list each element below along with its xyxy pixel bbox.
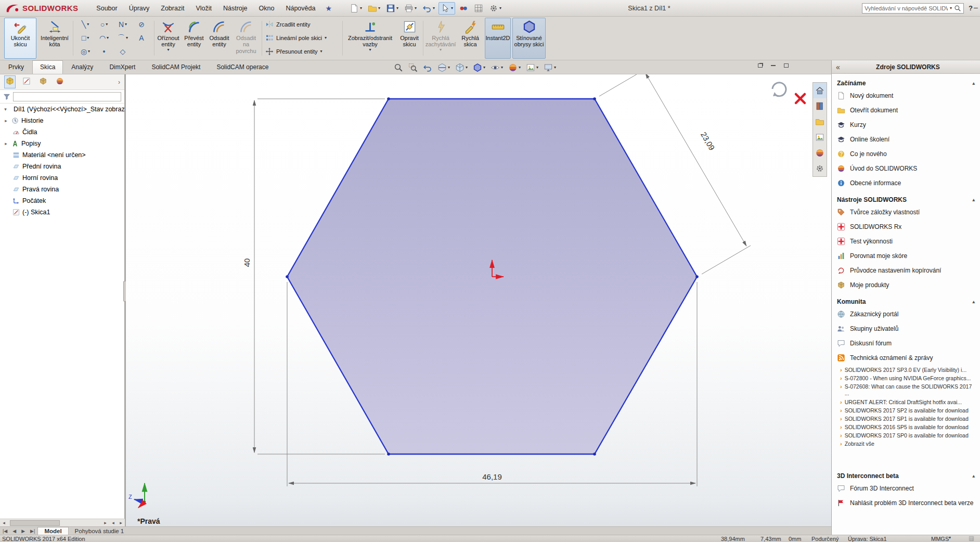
menu-soubor[interactable]: Soubor — [91, 2, 123, 15]
link-introduction[interactable]: Úvod do SOLIDWORKS — [832, 161, 980, 176]
status-units[interactable]: MMGS — [931, 536, 949, 542]
next-tab-icon[interactable]: ▶ — [19, 528, 28, 534]
mirror-entities-button[interactable]: Zrcadlit entity — [264, 18, 341, 31]
link-new-document[interactable]: Nový dokument — [832, 88, 980, 103]
view-palette-tab[interactable] — [813, 130, 827, 145]
offset-entities-button[interactable]: Odsadit entity — [208, 18, 231, 59]
window-minimize-button[interactable]: – — [974, 3, 980, 11]
linear-sketch-pattern-button[interactable]: Lineární pole skici ▾ — [264, 31, 341, 45]
rectangle-tool-button[interactable]: □▾ — [76, 31, 95, 45]
dropdown-caret-icon[interactable]: ▾ — [125, 22, 127, 27]
dropdown-caret-icon[interactable]: ▾ — [167, 48, 169, 52]
view-orientation-button[interactable]: ▾ — [454, 62, 469, 73]
scroll-left-icon[interactable]: ◂ — [0, 520, 8, 525]
link-discussion-forum[interactable]: Diskusní fórum — [832, 336, 980, 351]
news-item[interactable]: ›SOLIDWORKS 2017 SP3.0 EV (Early Visibil… — [832, 367, 980, 374]
circle-tool-button[interactable]: ○▾ — [95, 18, 113, 31]
trim-entities-button[interactable]: Oříznout entity ▾ — [156, 18, 180, 59]
convert-entities-button[interactable]: Převést entity — [182, 18, 206, 59]
new-document-button[interactable]: ▾ — [347, 2, 364, 15]
link-technical-alerts[interactable]: Technická oznámení & zprávy — [832, 351, 980, 365]
dropdown-caret-icon[interactable]: ▾ — [536, 66, 538, 70]
news-item[interactable]: ›SOLIDWORKS 2016 SP5 is available for do… — [832, 424, 980, 431]
confirmation-exit-icon[interactable] — [772, 83, 786, 96]
section-view-button[interactable]: ▾ — [436, 62, 451, 73]
text-tool-button[interactable]: A — [132, 31, 151, 45]
news-item[interactable]: ›SOLIDWORKS 2017 SP1 is available for do… — [832, 416, 980, 423]
menu-okno[interactable]: Okno — [253, 2, 280, 15]
doc-restore-button[interactable] — [757, 62, 764, 69]
dropdown-caret-icon[interactable]: ▾ — [106, 22, 108, 27]
prev-tab-icon[interactable]: ◀ — [10, 528, 19, 534]
last-tab-icon[interactable]: ▶| — [28, 528, 37, 534]
dropdown-caret-icon[interactable]: ▾ — [360, 6, 362, 10]
configurationmanager-tab[interactable] — [37, 75, 49, 88]
dropdown-caret-icon[interactable]: ▾ — [378, 6, 380, 10]
graphics-viewport[interactable]: 40 46,19 23,09 — [126, 74, 831, 526]
link-my-products[interactable]: Moje produkty — [832, 278, 980, 292]
dropdown-caret-icon[interactable]: ▾ — [466, 66, 468, 70]
tree-filter-input[interactable] — [13, 92, 121, 101]
scrollbar-thumb[interactable] — [10, 520, 60, 526]
dropdown-caret-icon[interactable]: ▾ — [499, 6, 501, 10]
link-compare-score[interactable]: Porovnat moje skóre — [832, 249, 980, 263]
collapse-pane-icon[interactable]: « — [836, 63, 840, 71]
expand-caret-icon[interactable]: ▸ — [3, 141, 9, 146]
tab-analyzy[interactable]: Analýzy — [63, 60, 101, 74]
dropdown-caret-icon[interactable]: ▾ — [483, 66, 485, 70]
chevron-up-icon[interactable]: ▴ — [972, 81, 975, 86]
doc-maximize-button[interactable] — [783, 62, 790, 69]
point-tool-button[interactable]: • — [95, 45, 113, 58]
chevron-up-icon[interactable]: ▴ — [972, 197, 975, 202]
grid-settings-button[interactable] — [472, 2, 485, 15]
menu-zobrazit[interactable]: Zobrazit — [155, 2, 190, 15]
link-whats-new[interactable]: Co je nového — [832, 147, 980, 161]
options-button[interactable]: ▾ — [487, 2, 504, 15]
undo-button[interactable]: ▾ — [420, 2, 437, 15]
cancel-sketch-icon[interactable] — [796, 94, 805, 103]
file-explorer-tab[interactable] — [813, 114, 827, 130]
tree-item-material[interactable]: Materiál <není určen> — [0, 149, 124, 161]
zoom-to-area-button[interactable] — [407, 62, 419, 73]
open-document-button[interactable]: ▾ — [366, 2, 382, 15]
dropdown-caret-icon[interactable]: ▾ — [87, 36, 89, 40]
tree-item-top-plane[interactable]: Horní rovina — [0, 172, 124, 184]
shaded-sketch-contours-button[interactable]: Stínované obrysy skici — [512, 18, 546, 59]
tree-item-annotations[interactable]: ▸ Popisy — [0, 138, 124, 149]
display-style-button[interactable]: ▾ — [472, 62, 486, 73]
fillet-tool-button[interactable]: ⌒▾ — [113, 31, 132, 45]
section-header-3d-interconnect[interactable]: 3D Interconnect beta ▴ — [832, 471, 980, 481]
dropdown-caret-icon[interactable]: ▾ — [415, 6, 417, 10]
pin-menu-icon[interactable]: ★ — [321, 4, 336, 12]
link-property-tab-builder[interactable]: Tvůrce záložky vlastností — [832, 205, 980, 220]
help-button[interactable]: ? — [969, 4, 973, 12]
news-item[interactable]: ›SOLIDWORKS 2017 SP0 is available for do… — [832, 432, 980, 440]
menu-vlozit[interactable]: Vložit — [190, 2, 217, 15]
news-item[interactable]: ›SOLIDWORKS 2017 SP2 is available for do… — [832, 407, 980, 415]
dropdown-caret-icon[interactable]: ▾ — [107, 36, 109, 40]
tree-item-history[interactable]: ▸ Historie — [0, 115, 124, 126]
link-general-info[interactable]: Obecné informace — [832, 176, 980, 190]
link-user-groups[interactable]: Skupiny uživatelů — [832, 321, 980, 336]
first-tab-icon[interactable]: |◀ — [0, 528, 10, 534]
search-scope-caret-icon[interactable]: ▾ — [950, 6, 952, 10]
select-tool-button[interactable]: ▾ — [439, 2, 455, 15]
dropdown-caret-icon[interactable]: ▾ — [126, 36, 128, 40]
scroll-right-icon[interactable]: ▸ — [101, 520, 109, 525]
red-blue-toggle-button[interactable] — [457, 2, 470, 15]
section-header-community[interactable]: Komunita ▴ — [832, 296, 980, 307]
custom-properties-tab[interactable] — [813, 161, 827, 176]
dropdown-caret-icon[interactable]: ▾ — [451, 6, 453, 10]
dropdown-caret-icon[interactable]: ▾ — [396, 6, 398, 10]
tab-skica[interactable]: Skica — [32, 60, 63, 74]
section-header-sw-tools[interactable]: Nástroje SOLIDWORKS ▴ — [832, 195, 980, 205]
tree-item-part[interactable]: ▾ Díl1 (Výchozí<<Výchozí>_Stav zobrazen — [0, 104, 124, 115]
exit-sketch-button[interactable]: Ukončit skicu — [4, 18, 36, 59]
chevron-up-icon[interactable]: ▴ — [972, 299, 975, 304]
display-delete-relations-button[interactable]: Zobrazit/odstranit vazby ▾ — [345, 18, 395, 59]
dimension-width-value[interactable]: 46,19 — [482, 472, 502, 481]
tree-item-right-plane[interactable]: Pravá rovina — [0, 184, 124, 195]
tab-solidcam-projekt[interactable]: SolidCAM Projekt — [144, 60, 208, 74]
chevron-up-icon[interactable]: ▴ — [972, 473, 975, 479]
news-item[interactable]: ›URGENT ALERT: Critical DraftSight hotfi… — [832, 399, 980, 406]
